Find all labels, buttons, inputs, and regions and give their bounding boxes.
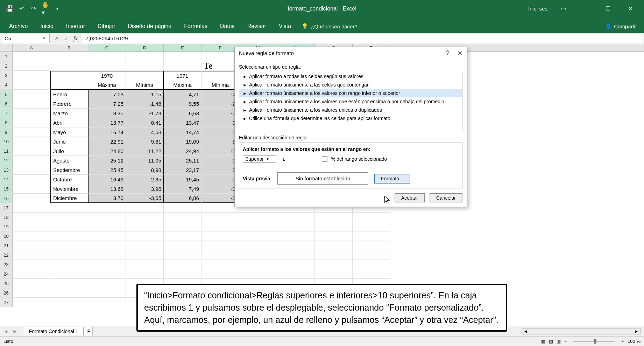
tab-formulas[interactable]: Fórmulas	[178, 20, 214, 33]
close-icon[interactable]: ✕	[622, 5, 638, 12]
cell[interactable]	[13, 109, 50, 118]
undo-icon[interactable]: ↶	[18, 5, 25, 12]
row-header[interactable]: 13	[0, 165, 13, 175]
data-cell[interactable]: 25,11	[164, 156, 201, 165]
row-header[interactable]: 22	[0, 250, 13, 260]
cell[interactable]	[50, 71, 88, 80]
cell[interactable]	[277, 231, 315, 241]
cell[interactable]	[50, 61, 88, 71]
cell[interactable]	[277, 250, 315, 260]
cell[interactable]	[201, 231, 239, 241]
row-header[interactable]: 20	[0, 231, 13, 241]
fx-icon[interactable]: fx	[73, 35, 78, 42]
row-header[interactable]: 1	[0, 52, 13, 61]
cell[interactable]	[13, 137, 50, 146]
cell[interactable]	[201, 241, 239, 250]
cell[interactable]	[50, 250, 88, 260]
cell[interactable]	[277, 213, 315, 222]
row-header[interactable]: 27	[0, 298, 13, 307]
cell[interactable]	[239, 260, 277, 269]
cell[interactable]	[88, 222, 126, 231]
col-header[interactable]: D	[126, 44, 164, 51]
data-cell[interactable]: 0,41	[126, 118, 164, 127]
data-cell[interactable]: -1,73	[126, 109, 164, 118]
data-cell[interactable]: 2,35	[126, 175, 164, 184]
cell[interactable]	[13, 269, 50, 279]
month-cell[interactable]: Mayo	[50, 127, 88, 137]
cell[interactable]	[88, 61, 126, 71]
rule-option[interactable]: ►Aplicar formato únicamente a los valore…	[239, 97, 462, 106]
row-header[interactable]: 15	[0, 184, 13, 194]
data-cell[interactable]: 5,	[201, 127, 239, 137]
save-icon[interactable]: 💾	[6, 5, 13, 12]
cell[interactable]	[353, 213, 390, 222]
row-header[interactable]: 12	[0, 156, 13, 165]
row-header[interactable]: 18	[0, 213, 13, 222]
cell[interactable]	[315, 241, 353, 250]
cell[interactable]	[50, 80, 88, 90]
cell[interactable]	[126, 203, 164, 213]
data-cell[interactable]: 3,96	[126, 184, 164, 194]
rank-count-input[interactable]	[280, 155, 318, 163]
zoom-out-icon[interactable]: −	[564, 339, 567, 344]
data-cell[interactable]: -1,46	[126, 99, 164, 109]
row-header[interactable]: 9	[0, 127, 13, 137]
cell[interactable]	[13, 71, 50, 80]
cell[interactable]	[239, 231, 277, 241]
data-cell[interactable]: 9,	[201, 156, 239, 165]
cell[interactable]	[164, 241, 201, 250]
scroll-right-icon[interactable]: ►	[634, 328, 639, 334]
cell[interactable]	[164, 203, 201, 213]
row-header[interactable]: 19	[0, 222, 13, 231]
data-cell[interactable]: 9,55	[164, 99, 201, 109]
cell[interactable]	[239, 250, 277, 260]
data-cell[interactable]: 1,15	[126, 90, 164, 99]
data-cell[interactable]: -2,	[201, 99, 239, 109]
cell[interactable]	[13, 222, 50, 231]
cell[interactable]	[13, 194, 50, 203]
month-cell[interactable]: Febrero	[50, 99, 88, 109]
cell[interactable]	[201, 213, 239, 222]
col-header-max[interactable]: Máxima	[164, 80, 201, 90]
cell[interactable]	[277, 260, 315, 269]
cell[interactable]	[88, 213, 126, 222]
tab-insertar[interactable]: Insertar	[60, 20, 91, 33]
format-button[interactable]: Formato...	[374, 174, 410, 184]
prev-sheet-icon[interactable]: ◄	[3, 328, 8, 334]
cell[interactable]	[239, 222, 277, 231]
cell[interactable]	[50, 213, 88, 222]
cell[interactable]	[201, 52, 239, 61]
tab-revisar[interactable]: Revisar	[241, 20, 273, 33]
cell[interactable]	[239, 269, 277, 279]
data-cell[interactable]: 11,05	[126, 156, 164, 165]
cell[interactable]	[201, 260, 239, 269]
cell[interactable]	[50, 203, 88, 213]
data-cell[interactable]: 19,45	[164, 175, 201, 184]
cell[interactable]	[88, 250, 126, 260]
cell[interactable]	[201, 203, 239, 213]
cell[interactable]	[13, 165, 50, 175]
rule-option[interactable]: ►Aplicar formato únicamente a los valore…	[239, 106, 462, 114]
row-header[interactable]: 7	[0, 109, 13, 118]
month-cell[interactable]: Marzo	[50, 109, 88, 118]
cell[interactable]	[13, 298, 50, 307]
data-cell[interactable]: 24,80	[88, 146, 126, 156]
data-cell[interactable]: 12,	[201, 146, 239, 156]
data-cell[interactable]: 6,86	[164, 194, 201, 203]
close-icon[interactable]: ✕	[457, 49, 462, 57]
maximize-icon[interactable]: ☐	[600, 5, 616, 12]
data-cell[interactable]: 19,09	[164, 137, 201, 146]
cell[interactable]	[13, 231, 50, 241]
data-cell[interactable]: 22,91	[88, 137, 126, 146]
cell[interactable]	[353, 269, 390, 279]
row-header[interactable]: 6	[0, 99, 13, 109]
scroll-left-icon[interactable]: ◄	[523, 328, 528, 334]
col-header[interactable]: A	[13, 44, 50, 51]
tab-archivo[interactable]: Archivo	[3, 20, 34, 33]
row-header[interactable]: 2	[0, 61, 13, 71]
cell[interactable]	[50, 52, 88, 61]
sheet-tab-partial[interactable]: F	[84, 327, 93, 335]
rule-type-list[interactable]: ►Aplicar formato a todas las celdas segú…	[239, 72, 462, 131]
data-cell[interactable]: 8,	[201, 165, 239, 175]
data-cell[interactable]: 25,12	[88, 156, 126, 165]
